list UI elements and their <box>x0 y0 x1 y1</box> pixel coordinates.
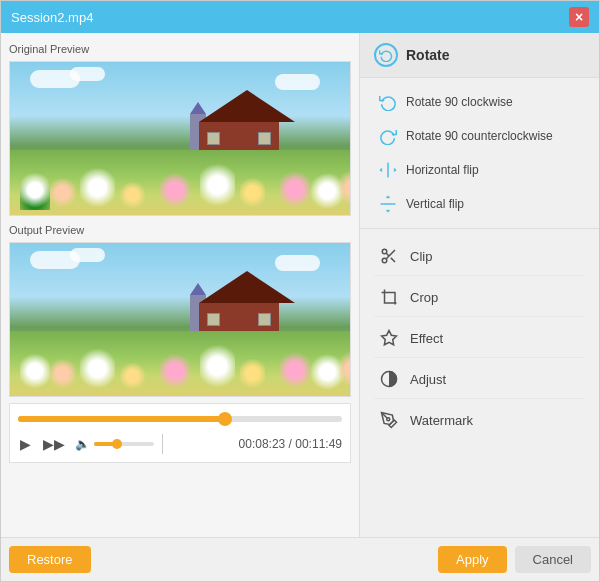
rotate-ccw-option[interactable]: Rotate 90 counterclockwise <box>374 120 585 152</box>
rotate-clockwise-option[interactable]: Rotate 90 clockwise <box>374 86 585 118</box>
flower5 <box>20 351 50 391</box>
barn-scene-original <box>10 62 350 215</box>
watermark-tool[interactable]: Watermark <box>374 401 585 439</box>
flower-peach <box>50 175 75 210</box>
volume-section: 🔈 <box>75 437 154 451</box>
barn-window-right <box>258 132 271 145</box>
rotate-ccw-icon <box>378 126 398 146</box>
adjust-tool[interactable]: Adjust <box>374 360 585 399</box>
crop-icon <box>378 286 400 308</box>
flower8 <box>120 361 145 391</box>
adjust-icon <box>378 368 400 390</box>
cloud4 <box>275 255 320 271</box>
rotate-options: Rotate 90 clockwise Rotate 90 counterclo… <box>360 78 599 229</box>
flower-yellow2 <box>240 175 265 210</box>
flower-peach2 <box>340 166 351 210</box>
output-preview-video <box>9 242 351 397</box>
rotate-ccw-label: Rotate 90 counterclockwise <box>406 129 553 143</box>
controls-section: ▶ ▶▶ 🔈 00:08:23 / 00:11:49 <box>9 403 351 463</box>
cloud3 <box>70 248 105 262</box>
horizontal-flip-option[interactable]: Horizontal flip <box>374 154 585 186</box>
svg-line-5 <box>391 258 395 262</box>
output-preview-section: Output Preview <box>9 222 351 397</box>
cancel-button[interactable]: Cancel <box>515 546 591 573</box>
original-preview-section: Original Preview <box>9 41 351 216</box>
vertical-flip-option[interactable]: Vertical flip <box>374 188 585 220</box>
svg-point-9 <box>387 418 390 421</box>
left-panel: Original Preview <box>1 33 359 537</box>
adjust-label: Adjust <box>410 372 446 387</box>
horizontal-flip-icon <box>378 160 398 180</box>
tools-section: Clip Crop <box>360 229 599 537</box>
watermark-label: Watermark <box>410 413 473 428</box>
original-preview-video <box>9 61 351 216</box>
svg-line-6 <box>386 253 389 256</box>
title-bar: Session2.mp4 × <box>1 1 599 33</box>
barn-scene-output <box>10 243 350 396</box>
cloud <box>275 74 320 90</box>
barn-roof-container2 <box>199 271 295 303</box>
restore-button[interactable]: Restore <box>9 546 91 573</box>
barn-roof <box>199 90 295 122</box>
crop-tool[interactable]: Crop <box>374 278 585 317</box>
clip-icon <box>378 245 400 267</box>
effect-label: Effect <box>410 331 443 346</box>
time-divider <box>162 434 163 454</box>
flower11 <box>240 356 265 391</box>
action-buttons: Apply Cancel <box>438 546 591 573</box>
time-display: 00:08:23 / 00:11:49 <box>239 437 342 451</box>
barn-roof-container <box>199 90 295 122</box>
flower-yellow <box>120 180 145 210</box>
flower-white <box>20 170 50 210</box>
rotate-cw-label: Rotate 90 clockwise <box>406 95 513 109</box>
volume-slider[interactable] <box>94 442 154 446</box>
main-window: Session2.mp4 × Original Preview <box>0 0 600 582</box>
apply-button[interactable]: Apply <box>438 546 507 573</box>
flower12 <box>280 349 310 391</box>
svg-point-3 <box>382 258 387 263</box>
right-panel: Rotate Rotate 90 clockwise <box>359 33 599 537</box>
flower10 <box>200 341 235 391</box>
svg-point-2 <box>382 249 387 254</box>
flower6 <box>50 356 75 391</box>
original-preview-label: Original Preview <box>9 41 351 57</box>
close-button[interactable]: × <box>569 7 589 27</box>
volume-icon: 🔈 <box>75 437 90 451</box>
clip-label: Clip <box>410 249 432 264</box>
fast-forward-button[interactable]: ▶▶ <box>41 434 67 454</box>
volume-thumb[interactable] <box>112 439 122 449</box>
flower9 <box>160 351 190 391</box>
effect-icon <box>378 327 400 349</box>
flowers-layer <box>10 155 350 210</box>
barn-window4 <box>258 313 271 326</box>
flowers-layer2 <box>10 336 350 391</box>
flower7 <box>80 346 115 391</box>
controls-row: ▶ ▶▶ 🔈 00:08:23 / 00:11:49 <box>18 434 342 454</box>
vertical-flip-icon <box>378 194 398 214</box>
flower-pink <box>160 170 190 210</box>
timeline-fill <box>18 416 229 422</box>
rotate-header-icon <box>374 43 398 67</box>
horizontal-flip-label: Horizontal flip <box>406 163 479 177</box>
barn-window <box>207 132 220 145</box>
rotate-header: Rotate <box>360 33 599 78</box>
barn-roof2 <box>199 271 295 303</box>
timeline-bar[interactable] <box>18 416 342 422</box>
cloud <box>70 67 105 81</box>
svg-marker-7 <box>382 331 397 345</box>
rotate-title: Rotate <box>406 47 450 63</box>
clip-tool[interactable]: Clip <box>374 237 585 276</box>
output-preview-label: Output Preview <box>9 222 351 238</box>
watermark-icon <box>378 409 400 431</box>
effect-tool[interactable]: Effect <box>374 319 585 358</box>
rotate-cw-icon <box>378 92 398 112</box>
bottom-bar: Restore Apply Cancel <box>1 537 599 581</box>
main-content: Original Preview <box>1 33 599 537</box>
flower-white3 <box>200 160 235 210</box>
timeline-thumb[interactable] <box>218 412 232 426</box>
flower-white2 <box>80 165 115 210</box>
play-button[interactable]: ▶ <box>18 434 33 454</box>
flower-pink2 <box>280 168 310 210</box>
vertical-flip-label: Vertical flip <box>406 197 464 211</box>
barn-window3 <box>207 313 220 326</box>
